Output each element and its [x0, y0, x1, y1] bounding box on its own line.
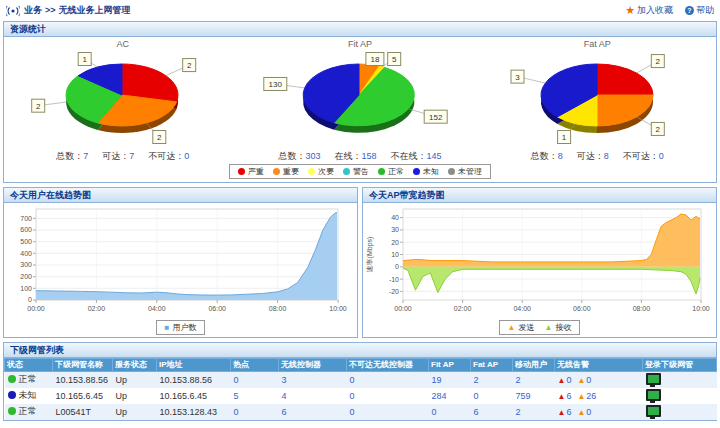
ap-bandwidth-chart: -20-1001020304000:0002:0004:0006:0008:00…: [363, 203, 711, 315]
pie-stat-总数: 总数：303: [278, 151, 320, 161]
status-icon: [8, 391, 16, 399]
fit-ap-cell[interactable]: 284: [429, 388, 471, 404]
status-dot-icon: [308, 168, 315, 175]
pie-chart-fit-ap: Fit AP185152130总数：303在线：158不在线：145: [241, 37, 478, 163]
status-dot-icon: [273, 168, 280, 175]
fit-ap-cell[interactable]: 0: [429, 404, 471, 420]
column-header-登录下级网管[interactable]: 登录下级网管: [643, 359, 717, 372]
svg-text:0: 0: [28, 296, 32, 303]
svg-text:10: 10: [391, 251, 399, 258]
column-header-IP地址[interactable]: IP地址: [157, 359, 231, 372]
unreachable-ac-cell[interactable]: 0: [347, 404, 429, 420]
fat-ap-cell[interactable]: 2: [471, 371, 513, 388]
hotspot-cell[interactable]: 0: [231, 404, 279, 420]
column-header-Fit AP[interactable]: Fit AP: [429, 359, 471, 372]
add-favorite-link[interactable]: ★ 加入收藏: [625, 4, 673, 17]
ip-address-cell: 10.165.6.45: [157, 388, 231, 404]
pie-stats: 总数：7可达：7不可达：0: [4, 150, 241, 163]
wireless-alarm-cell[interactable]: ▲0▲0: [555, 371, 643, 388]
major-alarm-icon: ▲: [577, 376, 585, 385]
login-nms-cell[interactable]: [643, 388, 717, 404]
svg-text:10:00: 10:00: [329, 305, 347, 312]
service-status-cell: Up: [113, 388, 157, 404]
nms-name-cell: L00541T: [53, 404, 113, 420]
pie-stats: 总数：303在线：158不在线：145: [241, 150, 478, 163]
hotspot-cell[interactable]: 5: [231, 388, 279, 404]
column-header-Fat AP[interactable]: Fat AP: [471, 359, 513, 372]
svg-text:2: 2: [655, 125, 660, 134]
svg-text:2: 2: [655, 57, 660, 66]
breadcrumb-root-link[interactable]: 业务: [24, 5, 42, 15]
column-header-服务状态[interactable]: 服务状态: [113, 359, 157, 372]
svg-text:5: 5: [392, 55, 397, 64]
critical-alarm-icon: ▲: [558, 376, 566, 385]
breadcrumb-separator: >>: [45, 5, 56, 15]
login-monitor-icon[interactable]: [646, 405, 661, 417]
subordinate-nms-title: 下级网管列表: [4, 343, 716, 358]
ac-count-cell[interactable]: 4: [279, 388, 347, 404]
subordinate-nms-table: 状态下级网管名称服务状态IP地址热点无线控制器不可达无线控制器Fit APFat…: [4, 358, 717, 420]
mobile-users-cell[interactable]: 759: [513, 388, 555, 404]
pie-chart-label: Fat AP: [479, 39, 716, 50]
column-header-下级网管名称[interactable]: 下级网管名称: [53, 359, 113, 372]
mobile-users-cell[interactable]: 2: [513, 371, 555, 388]
fit-ap-cell[interactable]: 19: [429, 371, 471, 388]
column-header-不可达无线控制器[interactable]: 不可达无线控制器: [347, 359, 429, 372]
help-label: 帮助: [696, 4, 714, 17]
svg-text:速率(Mbps): 速率(Mbps): [366, 237, 374, 273]
pie-svg: 2213: [480, 50, 715, 146]
svg-text:04:00: 04:00: [148, 305, 166, 312]
fat-ap-cell[interactable]: 0: [471, 388, 513, 404]
column-header-状态[interactable]: 状态: [5, 359, 53, 372]
unreachable-ac-cell[interactable]: 0: [347, 371, 429, 388]
ap-bandwidth-legend: ▲发送▲接收: [363, 319, 716, 337]
major-alarm-icon: ▲: [577, 392, 585, 401]
ac-count-cell[interactable]: 6: [279, 404, 347, 420]
wireless-alarm-cell[interactable]: ▲6▲0: [555, 404, 643, 420]
svg-text:00:00: 00:00: [394, 305, 412, 312]
breadcrumb: 业务>>无线业务上网管理: [24, 4, 131, 17]
series-legend-item-发送: ▲发送: [508, 322, 535, 333]
svg-text:04:00: 04:00: [513, 305, 531, 312]
status-legend-item-重要: 重要: [273, 166, 299, 177]
svg-text:1: 1: [562, 133, 567, 142]
status-dot-icon: [378, 168, 385, 175]
pie-svg: 185152130: [242, 50, 477, 146]
series-marker-icon: ▲: [545, 324, 553, 332]
login-monitor-icon[interactable]: [646, 373, 661, 385]
wireless-antenna-icon: [6, 4, 20, 17]
svg-text:06:00: 06:00: [208, 305, 226, 312]
pie-svg: 2221: [5, 50, 240, 146]
help-link[interactable]: ? 帮助: [685, 4, 714, 17]
svg-text:100: 100: [20, 285, 32, 292]
pie-stat-不可达: 不可达：0: [148, 151, 189, 161]
status-legend-item-未管理: 未管理: [448, 166, 482, 177]
pie-charts-row: AC2221总数：7可达：7不可达：0Fit AP185152130总数：303…: [4, 37, 716, 163]
subordinate-nms-panel: 下级网管列表 状态下级网管名称服务状态IP地址热点无线控制器不可达无线控制器Fi…: [3, 342, 717, 421]
pie-stats: 总数：8可达：8不可达：0: [479, 150, 716, 163]
svg-text:30: 30: [391, 226, 399, 233]
status-legend-item-次要: 次要: [308, 166, 334, 177]
svg-text:40: 40: [391, 214, 399, 221]
svg-text:-10: -10: [389, 276, 399, 283]
login-monitor-icon[interactable]: [646, 389, 661, 401]
column-header-无线告警[interactable]: 无线告警: [555, 359, 643, 372]
mobile-users-cell[interactable]: 2: [513, 404, 555, 420]
nms-name-cell: 10.153.88.56: [53, 371, 113, 388]
svg-text:200: 200: [20, 273, 32, 280]
ac-count-cell[interactable]: 3: [279, 371, 347, 388]
login-nms-cell[interactable]: [643, 404, 717, 420]
pie-stat-不在线: 不在线：145: [390, 151, 441, 161]
column-header-移动用户[interactable]: 移动用户: [513, 359, 555, 372]
svg-text:02:00: 02:00: [454, 305, 472, 312]
unreachable-ac-cell[interactable]: 0: [347, 388, 429, 404]
hotspot-cell[interactable]: 0: [231, 371, 279, 388]
ip-address-cell: 10.153.128.43: [157, 404, 231, 420]
column-header-无线控制器[interactable]: 无线控制器: [279, 359, 347, 372]
svg-text:3: 3: [515, 73, 520, 82]
wireless-alarm-cell[interactable]: ▲6▲26: [555, 388, 643, 404]
column-header-热点[interactable]: 热点: [231, 359, 279, 372]
login-nms-cell[interactable]: [643, 371, 717, 388]
svg-text:10:00: 10:00: [692, 305, 710, 312]
fat-ap-cell[interactable]: 6: [471, 404, 513, 420]
